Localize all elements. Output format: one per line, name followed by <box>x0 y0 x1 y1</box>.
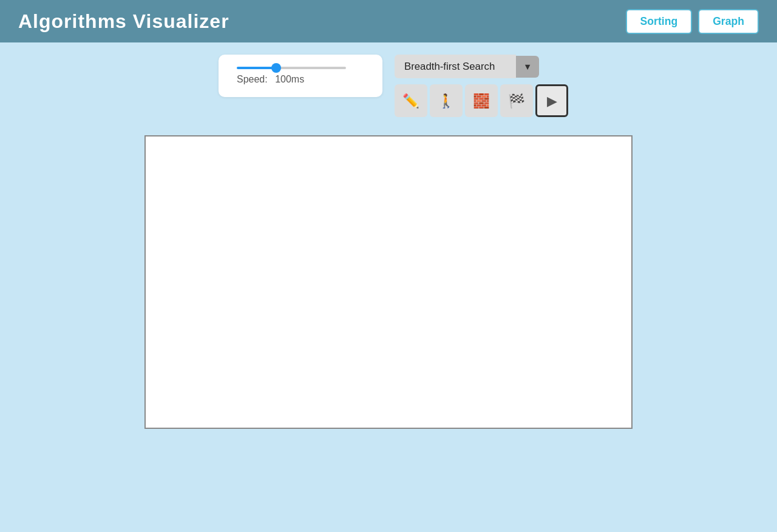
grid-canvas[interactable] <box>146 136 631 428</box>
algorithm-select[interactable]: Breadth-first Search Depth-first Search … <box>395 55 516 78</box>
speed-slider[interactable] <box>237 67 346 69</box>
nav-buttons: Sorting Graph <box>626 9 759 34</box>
start-button[interactable]: 🚶 <box>430 84 463 117</box>
algo-dropdown-button[interactable]: ▼ <box>516 56 539 78</box>
app-header: Algorithms Visualizer Sorting Graph <box>0 0 777 42</box>
play-button[interactable]: ▶ <box>535 84 568 117</box>
speed-label: Speed: 100ms <box>237 74 364 85</box>
slider-wrap <box>237 67 364 69</box>
algo-panel: Breadth-first Search Depth-first Search … <box>395 55 568 117</box>
end-button[interactable]: 🏁 <box>500 84 533 117</box>
app-title: Algorithms Visualizer <box>18 10 229 33</box>
eraser-icon: ✏️ <box>402 93 419 109</box>
speed-panel: Speed: 100ms <box>219 55 382 97</box>
grid-container <box>0 135 777 447</box>
wall-button[interactable]: 🧱 <box>465 84 498 117</box>
controls-area: Speed: 100ms Breadth-first Search Depth-… <box>0 42 777 123</box>
eraser-button[interactable]: ✏️ <box>395 84 427 117</box>
grid-wrapper <box>144 135 633 429</box>
graph-button[interactable]: Graph <box>698 9 759 34</box>
start-icon: 🚶 <box>438 93 455 109</box>
end-flag-icon: 🏁 <box>508 93 525 109</box>
speed-value: 100ms <box>275 74 304 84</box>
tool-buttons: ✏️ 🚶 🧱 🏁 ▶ <box>395 84 568 117</box>
play-icon: ▶ <box>547 93 557 109</box>
wall-icon: 🧱 <box>473 93 490 109</box>
algo-select-wrap: Breadth-first Search Depth-first Search … <box>395 55 568 78</box>
sorting-button[interactable]: Sorting <box>626 9 693 34</box>
